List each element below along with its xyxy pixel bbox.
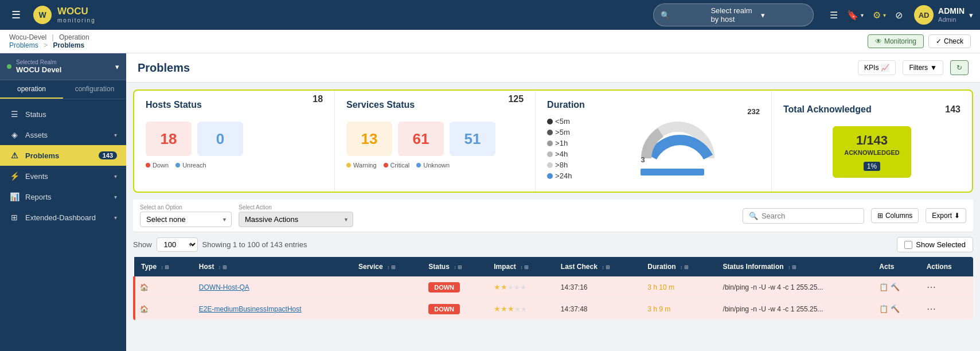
breadcrumb-section[interactable]: Problems [9, 41, 38, 49]
cell-host: DOWN-Host-QA [192, 276, 352, 298]
hamburger-button[interactable]: ☰ [7, 6, 25, 24]
host-link[interactable]: DOWN-Host-QA [199, 283, 249, 291]
realm-search-text: Select realm by host [710, 6, 756, 24]
select-option-dropdown[interactable]: Select none [140, 212, 232, 227]
col-duration[interactable]: Duration ↕ ⊞ [641, 257, 716, 276]
show-selected-checkbox [904, 241, 912, 249]
col-statusinfo[interactable]: Status Information ↕ ⊞ [716, 257, 873, 276]
col-type[interactable]: Type ↕ ⊞ [134, 257, 192, 276]
col-impact[interactable]: Impact ↕ ⊞ [487, 257, 554, 276]
sidebar-item-assets[interactable]: ◈ Assets ▾ [0, 124, 126, 145]
monitoring-button[interactable]: 👁 Monitoring [868, 34, 924, 48]
down-dot [146, 163, 150, 167]
hammer-icon[interactable]: 🔨 [891, 305, 900, 313]
dur-gt1h-dot [547, 141, 553, 146]
impact-stars: ★★★ [494, 305, 514, 313]
refresh-button[interactable]: ↻ [950, 60, 969, 75]
duration-section: Duration <5m >5m >1h [536, 91, 772, 192]
sidebar-item-events[interactable]: ⚡ Events ▾ [0, 166, 126, 186]
sidebar-realm[interactable]: Selected Realm WOCU Devel ▾ [0, 53, 126, 80]
clipboard-icon[interactable]: 📋 [879, 283, 888, 291]
massive-actions-dropdown[interactable]: Massive Actions [239, 212, 353, 227]
chart-icon: 📈 [881, 64, 889, 72]
cell-impact: ★★★★★ [487, 298, 554, 320]
cell-acts: 📋 🔨 [872, 298, 919, 320]
sidebar-item-label: Extended-Dashboard [25, 213, 108, 222]
col-service[interactable]: Service ↕ ⊞ [352, 257, 421, 276]
bookmark-icon-button[interactable]: 🔖 ▾ [847, 10, 864, 21]
list-icon-button[interactable]: ☰ [830, 10, 838, 21]
assets-icon: ◈ [9, 130, 19, 139]
sidebar-item-problems[interactable]: ⚠ Problems 143 [0, 145, 126, 166]
col-host[interactable]: Host ↕ ⊞ [192, 257, 352, 276]
tab-operation[interactable]: operation [0, 80, 63, 99]
breadcrumb-path2: Operation [59, 33, 89, 41]
show-selected-button[interactable]: Show Selected [897, 237, 973, 252]
sort-icon: ↕ ⊞ [520, 264, 529, 270]
unknown-dot [416, 163, 421, 167]
sidebar-item-extended-dashboard[interactable]: ⊞ Extended-Dashboard ▾ [0, 207, 126, 228]
cell-duration: 3 h 9 m [641, 298, 716, 320]
row-actions-button[interactable]: ⋯ [927, 303, 936, 314]
sidebar-item-label: Events [25, 172, 108, 181]
logo-brand: WOCU [57, 6, 88, 17]
status-badge: DOWN [428, 304, 460, 314]
col-acts[interactable]: Acts [872, 257, 919, 276]
show-select[interactable]: 100 [157, 237, 198, 252]
columns-button[interactable]: ⊞ Columns [871, 208, 919, 223]
clipboard-icon[interactable]: 📋 [879, 305, 888, 313]
sidebar: Selected Realm WOCU Devel ▾ operation co… [0, 53, 126, 351]
cell-host: E2E-mediumBusinessImpactHost [192, 298, 352, 320]
sort-icon: ↕ ⊞ [387, 264, 396, 270]
show-row: Show 100 Showing 1 to 100 of 143 entries… [126, 232, 980, 257]
chevron-down-icon: ▾ [114, 194, 117, 200]
massive-action-label: Select Action [239, 204, 353, 210]
columns-label: Columns [885, 212, 912, 220]
duration-chart-value: 232 [747, 107, 760, 116]
check-button[interactable]: ✓ Check [928, 34, 971, 48]
problems-badge: 143 [99, 151, 117, 159]
gear-icon-button[interactable]: ⚙ ▾ [873, 10, 886, 21]
tab-configuration[interactable]: configuration [63, 80, 126, 99]
realm-chevron-icon: ▾ [761, 11, 806, 20]
filters-button[interactable]: Filters ▼ [903, 60, 943, 75]
legend-unknown: Unknown [423, 162, 450, 169]
cell-status: DOWN [421, 276, 487, 298]
hammer-icon[interactable]: 🔨 [891, 283, 900, 291]
breadcrumb-path1: Wocu-Devel [9, 33, 46, 41]
cell-actions: ⋯ [920, 298, 973, 320]
col-actions[interactable]: Actions [920, 257, 973, 276]
legend-critical: Critical [391, 162, 410, 169]
col-status[interactable]: Status ↕ ⊞ [421, 257, 487, 276]
legend-unreach: Unreach [182, 162, 206, 169]
host-link[interactable]: E2E-mediumBusinessImpactHost [199, 305, 302, 313]
sidebar-item-label: Reports [25, 193, 108, 201]
search-bar[interactable]: 🔍 [743, 208, 864, 224]
status-badge: DOWN [428, 282, 460, 292]
ack-ratio: 1/143 [844, 133, 900, 148]
dur-gt5m-dot [547, 130, 553, 135]
hosts-status-boxes: 18 0 [146, 122, 323, 156]
filter-icon: ▼ [930, 64, 937, 72]
dur-lt5m-dot [547, 119, 553, 124]
logo-icon: W [32, 5, 53, 25]
row-actions-button[interactable]: ⋯ [927, 282, 936, 292]
dur-gt24h-dot [547, 173, 553, 179]
search-input[interactable] [762, 212, 858, 220]
top-navigation: ☰ W WOCU monitoring 🔍 Select realm by ho… [0, 0, 980, 30]
kpis-button[interactable]: KPIs 📈 [858, 60, 896, 75]
sidebar-nav: ☰ Status ◈ Assets ▾ ⚠ Problems 143 ⚡ Eve… [0, 99, 126, 232]
sidebar-item-status[interactable]: ☰ Status [0, 104, 126, 124]
logo-sub: monitoring [57, 17, 96, 24]
host-type-icon: 🏠 [140, 283, 149, 291]
user-area[interactable]: AD ADMIN Admin ▾ [914, 5, 973, 25]
cell-acts: 📋 🔨 [872, 276, 919, 298]
duration-progress [641, 169, 715, 176]
realm-search[interactable]: 🔍 Select realm by host ▾ [653, 3, 814, 26]
download-icon: ⬇ [954, 212, 960, 220]
sidebar-item-reports[interactable]: 📊 Reports ▾ [0, 186, 126, 207]
logo: W WOCU monitoring [32, 5, 96, 25]
bell-slash-icon-button[interactable]: ⊘ [895, 10, 903, 21]
export-button[interactable]: Export ⬇ [926, 208, 966, 223]
col-lastcheck[interactable]: Last Check ↕ ⊞ [554, 257, 641, 276]
